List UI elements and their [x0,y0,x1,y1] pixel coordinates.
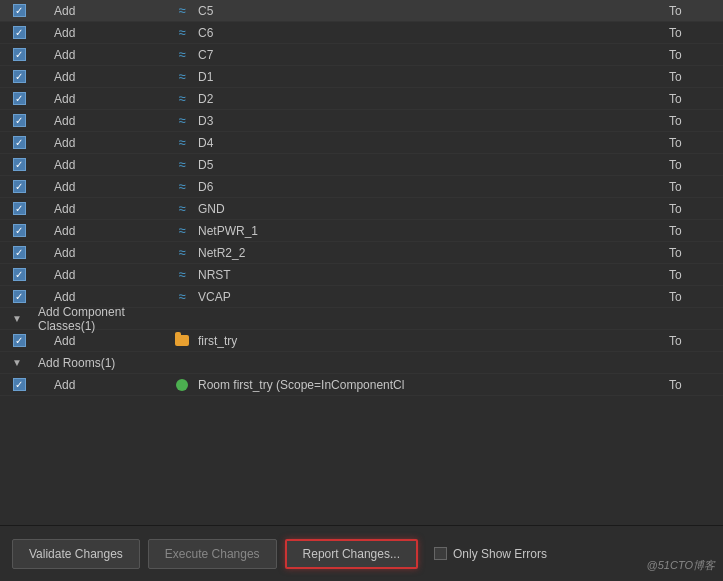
checkbox-checked-icon[interactable]: ✓ [13,48,26,61]
row-action: Add [50,334,170,348]
row-action: Add [50,114,170,128]
checkbox-checked-icon[interactable]: ✓ [13,246,26,259]
row-action: Add [50,224,170,238]
checkbox-checked-icon[interactable]: ✓ [13,202,26,215]
row-name: D4 [194,136,669,150]
checkbox-checked-icon[interactable]: ✓ [13,180,26,193]
net-icon: ≈ [178,201,185,216]
row-to: To [669,290,719,304]
row-checkbox[interactable]: ✓ [4,290,34,303]
row-checkbox[interactable]: ✓ [4,26,34,39]
row-checkbox[interactable]: ✓ [4,136,34,149]
checkbox-checked-icon[interactable]: ✓ [13,4,26,17]
row-to: To [669,26,719,40]
row-to: To [669,114,719,128]
checkbox-checked-icon[interactable]: ✓ [13,158,26,171]
row-action: Add Component Classes(1) [34,305,154,333]
checkbox-checked-icon[interactable]: ✓ [13,268,26,281]
checkbox-checked-icon[interactable]: ✓ [13,224,26,237]
row-to: To [669,378,719,392]
table-area[interactable]: ✓Add≈C5To✓Add≈C6To✓Add≈C7To✓Add≈D1To✓Add… [0,0,723,525]
net-icon: ≈ [178,245,185,260]
row-to: To [669,136,719,150]
net-icon: ≈ [178,179,185,194]
row-checkbox[interactable]: ✓ [4,180,34,193]
table-row: ✓Add≈D3To [0,110,723,132]
table-row: ✓Add≈D4To [0,132,723,154]
table-row: ✓Add≈D1To [0,66,723,88]
row-checkbox[interactable]: ✓ [4,378,34,391]
row-to: To [669,224,719,238]
row-checkbox[interactable]: ✓ [4,70,34,83]
row-icon: ≈ [170,3,194,18]
row-checkbox[interactable]: ✓ [4,4,34,17]
row-checkbox[interactable]: ✓ [4,268,34,281]
tree-toggle-icon[interactable]: ▼ [12,313,24,325]
row-icon: ≈ [170,201,194,216]
row-checkbox[interactable]: ✓ [4,92,34,105]
only-errors-label[interactable]: Only Show Errors [434,547,547,561]
row-to: To [669,180,719,194]
row-icon: ≈ [170,113,194,128]
tree-toggle-icon[interactable]: ▼ [12,357,24,369]
row-checkbox[interactable]: ✓ [4,202,34,215]
row-checkbox[interactable]: ✓ [4,48,34,61]
row-checkbox[interactable]: ▼ [4,313,34,325]
execute-changes-button[interactable]: Execute Changes [148,539,277,569]
checkbox-checked-icon[interactable]: ✓ [13,290,26,303]
row-checkbox[interactable]: ✓ [4,224,34,237]
row-name: D6 [194,180,669,194]
net-icon: ≈ [178,135,185,150]
row-action: Add [50,158,170,172]
row-icon: ≈ [170,179,194,194]
checkbox-checked-icon[interactable]: ✓ [13,114,26,127]
row-to: To [669,70,719,84]
row-checkbox[interactable]: ✓ [4,246,34,259]
row-icon: ≈ [170,289,194,304]
row-to: To [669,4,719,18]
checkbox-checked-icon[interactable]: ✓ [13,26,26,39]
validate-changes-button[interactable]: Validate Changes [12,539,140,569]
table-row: ✓Add≈C5To [0,0,723,22]
checkbox-checked-icon[interactable]: ✓ [13,334,26,347]
row-name: D2 [194,92,669,106]
row-action: Add [50,92,170,106]
row-name: C6 [194,26,669,40]
row-name: NetPWR_1 [194,224,669,238]
row-action: Add [50,4,170,18]
only-errors-text: Only Show Errors [453,547,547,561]
row-action: Add [50,378,170,392]
row-action: Add [50,202,170,216]
net-icon: ≈ [178,223,185,238]
checkbox-checked-icon[interactable]: ✓ [13,136,26,149]
row-checkbox[interactable]: ✓ [4,334,34,347]
row-checkbox[interactable]: ✓ [4,114,34,127]
checkbox-checked-icon[interactable]: ✓ [13,70,26,83]
net-icon: ≈ [178,25,185,40]
only-errors-checkbox[interactable] [434,547,447,560]
checkbox-checked-icon[interactable]: ✓ [13,378,26,391]
net-icon: ≈ [178,113,185,128]
row-name: NRST [194,268,669,282]
net-icon: ≈ [178,289,185,304]
bottom-toolbar: Validate Changes Execute Changes Report … [0,525,723,581]
row-to: To [669,202,719,216]
net-icon: ≈ [178,47,185,62]
row-checkbox[interactable]: ▼ [4,357,34,369]
row-action: Add [50,180,170,194]
checkbox-checked-icon[interactable]: ✓ [13,92,26,105]
row-icon: ≈ [170,267,194,282]
row-checkbox[interactable]: ✓ [4,158,34,171]
row-name: C7 [194,48,669,62]
row-icon: ≈ [170,25,194,40]
row-icon: ≈ [170,245,194,260]
row-name: GND [194,202,669,216]
row-action: Add [50,246,170,260]
table-row: ✓Add≈C7To [0,44,723,66]
table-row: ✓Add≈NRSTTo [0,264,723,286]
table-row: ✓Add≈D2To [0,88,723,110]
row-name: Room first_try (Scope=InComponentCl [194,378,669,392]
net-icon: ≈ [178,69,185,84]
main-container: ✓Add≈C5To✓Add≈C6To✓Add≈C7To✓Add≈D1To✓Add… [0,0,723,581]
report-changes-button[interactable]: Report Changes... [285,539,418,569]
